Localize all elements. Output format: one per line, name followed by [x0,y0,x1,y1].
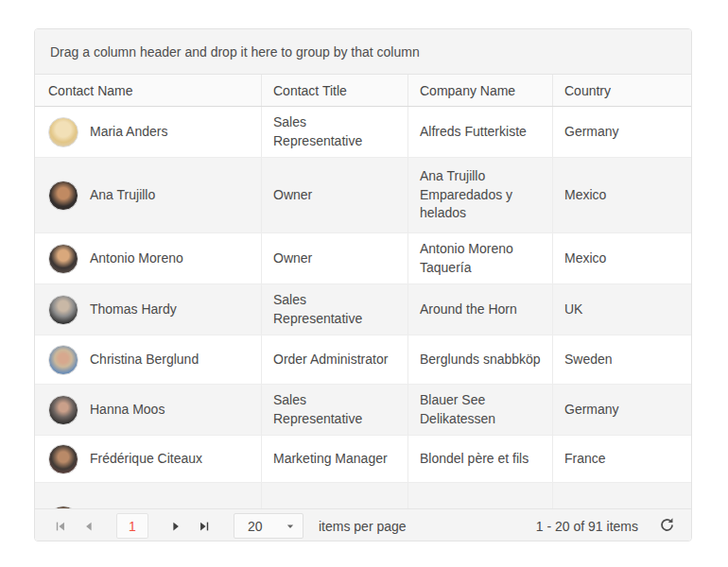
table-row[interactable]: Bólido Comidas [35,483,691,508]
avatar [48,345,78,375]
contact-title: Sales Representative [261,385,407,435]
avatar [48,244,78,274]
column-header-label: Contact Title [273,83,347,98]
seek-first-icon [54,520,67,533]
company-name: Blauer See Delikatessen [407,385,552,435]
pager: 1 20 items per page 1 - 20 of 91 items [35,508,691,541]
arrow-left-icon [82,520,95,533]
table-row[interactable]: Antonio Moreno Owner Antonio Moreno Taqu… [35,233,691,284]
company-name: Antonio Moreno Taquería [407,233,552,284]
previous-page-button[interactable] [75,513,103,540]
company-name: Around the Horn [407,284,552,335]
contact-title: Marketing Manager [261,436,407,482]
table-row[interactable]: Maria Anders Sales Representative Alfred… [35,107,691,158]
last-page-button[interactable] [190,513,218,540]
contact-title: Sales Representative [261,107,407,157]
column-header-label: Country [564,83,611,98]
contact-name: Ana Trujillo [90,186,155,205]
country: Mexico [552,158,691,232]
column-header-country[interactable]: Country [552,75,691,106]
current-page-label: 1 [129,519,136,534]
contact-name: Thomas Hardy [90,301,177,319]
avatar [48,117,78,147]
company-name: Blondel père et fils [407,436,552,482]
contact-name: Christina Berglund [90,351,199,369]
next-page-button[interactable] [162,513,190,540]
page-size-select[interactable]: 20 [234,513,303,539]
grid-header: Contact Name Contact Title Company Name … [35,75,691,107]
contact-name: Antonio Moreno [90,249,183,268]
avatar [48,180,78,211]
page: Drag a column header and drop it here to… [0,0,728,567]
contact-name: Hanna Moos [90,401,165,420]
company-name: Berglunds snabbköp [407,335,552,384]
grid-body: Maria Anders Sales Representative Alfred… [35,107,691,508]
table-row[interactable]: Frédérique Citeaux Marketing Manager Blo… [35,436,691,483]
column-header-label: Contact Name [48,83,132,98]
column-header-contact-title[interactable]: Contact Title [261,75,407,106]
column-header-contact-name[interactable]: Contact Name [35,75,261,106]
data-grid: Drag a column header and drop it here to… [34,28,692,541]
items-per-page-label: items per page [319,519,407,534]
table-row[interactable]: Hanna Moos Sales Representative Blauer S… [35,385,691,436]
company-name: Alfreds Futterkiste [407,107,552,157]
contact-title: Owner [261,233,407,284]
country: Mexico [552,233,691,284]
contact-name: Maria Anders [90,123,167,142]
page-size-value: 20 [248,519,263,534]
table-row[interactable]: Thomas Hardy Sales Representative Around… [35,284,691,335]
column-header-company-name[interactable]: Company Name [407,75,552,106]
refresh-button[interactable] [653,513,680,540]
avatar [48,444,78,474]
country: UK [552,284,691,335]
country: France [552,436,691,482]
company-name: Bólido Comidas [407,483,552,508]
country [552,483,691,508]
contact-title: Order Administrator [261,335,407,384]
avatar [48,295,78,325]
contact-name: Frédérique Citeaux [90,450,202,469]
seek-last-icon [198,520,211,533]
contact-title [261,483,407,508]
first-page-button[interactable] [46,513,75,540]
group-hint-text: Drag a column header and drop it here to… [50,44,420,60]
table-row[interactable]: Ana Trujillo Owner Ana Trujillo Empareda… [35,158,691,233]
page-range-label: 1 - 20 of 91 items [536,519,638,534]
group-drop-area[interactable]: Drag a column header and drop it here to… [35,29,691,75]
page-number-button[interactable]: 1 [116,513,148,539]
caret-down-icon [286,522,295,531]
table-row[interactable]: Christina Berglund Order Administrator B… [35,335,691,385]
contact-title: Sales Representative [261,284,407,335]
avatar [48,395,78,425]
arrow-right-icon [169,520,182,533]
country: Sweden [552,335,691,384]
country: Germany [552,107,691,157]
country: Germany [552,385,691,435]
contact-title: Owner [261,158,407,232]
column-header-label: Company Name [420,83,515,98]
refresh-icon [659,517,675,536]
company-name: Ana Trujillo Emparedados y helados [407,158,552,232]
